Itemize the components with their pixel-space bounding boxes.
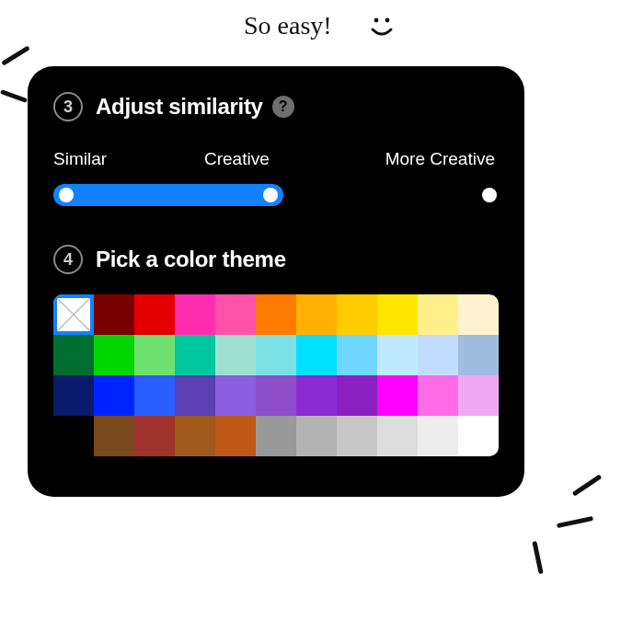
color-swatch[interactable] <box>418 335 458 375</box>
slider-stop-similar[interactable] <box>59 188 74 202</box>
svg-point-1 <box>385 18 390 23</box>
color-swatch[interactable] <box>175 375 215 416</box>
step4-badge: 4 <box>53 245 83 274</box>
step3-badge: 3 <box>53 92 83 121</box>
accent-stroke <box>557 516 593 528</box>
color-swatch[interactable] <box>337 375 377 416</box>
accent-stroke <box>572 474 603 496</box>
help-icon[interactable]: ? <box>272 96 294 118</box>
slider-stop-more-creative[interactable] <box>482 188 497 202</box>
slider-stop-creative[interactable] <box>263 188 278 202</box>
step3-title: Adjust similarity <box>96 94 263 120</box>
color-swatch[interactable] <box>94 416 134 456</box>
color-swatch[interactable] <box>418 416 458 456</box>
color-swatch[interactable] <box>458 416 499 456</box>
color-swatch[interactable] <box>53 335 94 375</box>
color-swatch[interactable] <box>296 335 337 375</box>
color-swatch[interactable] <box>458 335 499 375</box>
slider-label-more-creative: More Creative <box>385 149 495 169</box>
color-swatch[interactable] <box>256 416 296 456</box>
color-swatch[interactable] <box>134 375 175 416</box>
swatch-none[interactable] <box>53 294 94 335</box>
accent-stroke <box>0 89 28 103</box>
step3-header: 3 Adjust similarity ? <box>53 92 499 121</box>
settings-panel: 3 Adjust similarity ? Similar Creative M… <box>28 66 524 497</box>
color-swatch[interactable] <box>418 294 458 335</box>
color-swatch[interactable] <box>94 294 134 335</box>
color-swatch[interactable] <box>296 375 337 416</box>
color-swatch[interactable] <box>256 375 296 416</box>
color-swatch[interactable] <box>377 335 418 375</box>
color-swatch[interactable] <box>418 375 458 416</box>
color-swatch[interactable] <box>337 294 377 335</box>
slider-labels: Similar Creative More Creative <box>53 149 499 169</box>
color-swatch[interactable] <box>175 294 215 335</box>
color-swatch[interactable] <box>458 375 499 416</box>
color-swatch[interactable] <box>337 416 377 456</box>
accent-stroke <box>532 541 543 574</box>
color-swatch[interactable] <box>134 294 175 335</box>
color-swatch[interactable] <box>215 335 256 375</box>
color-swatch[interactable] <box>215 294 256 335</box>
color-swatch[interactable] <box>337 335 377 375</box>
slider-label-similar: Similar <box>53 149 107 169</box>
color-swatch[interactable] <box>256 294 296 335</box>
similarity-slider[interactable] <box>53 184 499 206</box>
swatch-blank <box>53 416 94 456</box>
color-palette <box>53 294 499 456</box>
color-swatch[interactable] <box>134 416 175 456</box>
color-swatch[interactable] <box>215 375 256 416</box>
color-swatch[interactable] <box>134 335 175 375</box>
color-swatch[interactable] <box>175 335 215 375</box>
color-swatch[interactable] <box>94 335 134 375</box>
accent-stroke <box>1 45 29 65</box>
color-swatch[interactable] <box>53 375 94 416</box>
color-swatch[interactable] <box>377 416 418 456</box>
color-swatch[interactable] <box>175 416 215 456</box>
slider-label-creative: Creative <box>204 149 270 169</box>
color-swatch[interactable] <box>296 294 337 335</box>
color-swatch[interactable] <box>377 375 418 416</box>
step4-header: 4 Pick a color theme <box>53 245 499 274</box>
color-swatch[interactable] <box>256 335 296 375</box>
color-swatch[interactable] <box>296 416 337 456</box>
color-swatch[interactable] <box>94 375 134 416</box>
svg-point-0 <box>374 18 379 23</box>
color-swatch[interactable] <box>215 416 256 456</box>
color-swatch[interactable] <box>458 294 499 335</box>
slider-fill <box>53 184 283 206</box>
annotation-text: So easy! <box>244 11 332 40</box>
color-swatch[interactable] <box>377 294 418 335</box>
smiley-icon <box>365 9 402 46</box>
step4-title: Pick a color theme <box>96 247 286 272</box>
